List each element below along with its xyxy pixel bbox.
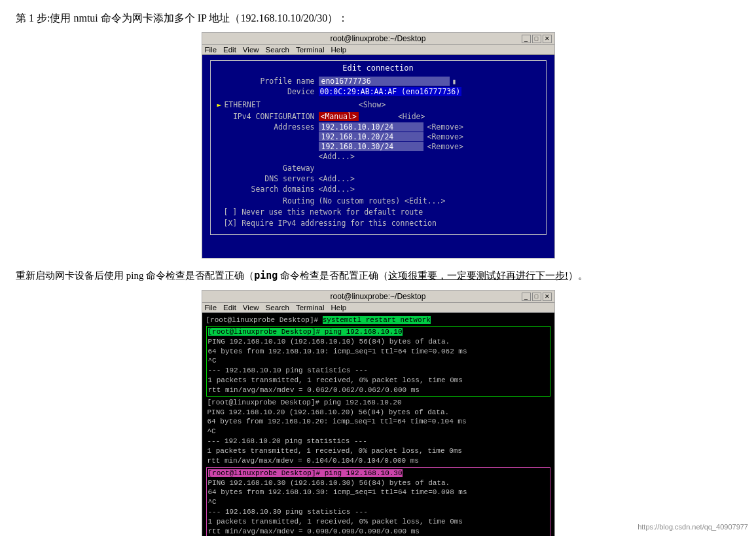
terminal1-menubar: File Edit View Search Terminal Help: [202, 45, 554, 55]
nmtui-content: Edit connection Profile name eno16777736…: [202, 55, 554, 258]
addresses-label: Addresses: [217, 122, 319, 132]
t2-menu-view[interactable]: View: [243, 304, 259, 312]
ping10-cmd: [root@linuxprobe Desktop]# ping 192.168.…: [208, 328, 403, 336]
ping-command: ping: [254, 270, 278, 281]
gateway-row: Gateway: [217, 164, 539, 173]
t2-line-19: --- 192.168.10.30 ping statistics ---: [208, 507, 549, 517]
addr3-input[interactable]: 192.168.10.30/24: [319, 142, 423, 151]
addr-row-2: 192.168.10.20/24 <Remove>: [319, 132, 463, 141]
menu-terminal[interactable]: Terminal: [296, 46, 324, 54]
routing-value[interactable]: (No custom routes) <Edit...>: [319, 196, 446, 205]
t2-maximize-button[interactable]: □: [532, 293, 541, 301]
addr-row-1: 192.168.10.10/24 <Remove>: [319, 122, 463, 132]
section-text-main: 重新启动网卡设备后使用 ping 命令检查是否配置正确（: [16, 270, 254, 281]
search-add-btn[interactable]: <Add...>: [319, 185, 355, 194]
addr3-remove[interactable]: <Remove>: [427, 142, 463, 151]
restart-cmd-highlight: systemctl restart network: [323, 316, 431, 324]
t2-line-21: rtt min/avg/max/mdev = 0.098/0.098/0.098…: [208, 527, 549, 536]
menu-search[interactable]: Search: [266, 46, 289, 54]
t2-line-3: 64 bytes from 192.168.10.10: icmp_seq=1 …: [208, 347, 549, 357]
addresses-list: 192.168.10.10/24 <Remove> 192.168.10.20/…: [319, 122, 463, 162]
addr2-input[interactable]: 192.168.10.20/24: [319, 132, 423, 141]
dialog-title: Edit connection: [217, 63, 539, 73]
ping30-cmd: [root@linuxprobe Desktop]# ping 192.168.…: [208, 469, 403, 477]
addr2-remove[interactable]: <Remove>: [427, 132, 463, 141]
t2-line-16: PING 192.168.10.30 (192.168.10.30) 56(84…: [208, 478, 549, 488]
addr1-remove[interactable]: <Remove>: [427, 122, 463, 132]
never-default-text[interactable]: [ ] Never use this network for default r…: [224, 207, 423, 217]
routing-row: Routing (No custom routes) <Edit...>: [217, 196, 539, 205]
addr-add-btn[interactable]: <Add...>: [319, 152, 355, 161]
nmtui-dialog: Edit connection Profile name eno16777736…: [210, 60, 547, 235]
t2-line-11: ^C: [207, 427, 549, 437]
t2-line-6: 1 packets transmitted, 1 received, 0% pa…: [208, 376, 549, 385]
t2-line-8: [root@linuxprobe Desktop]# ping 192.168.…: [207, 398, 549, 408]
device-label: Device: [217, 87, 319, 96]
t2-line-1: [root@linuxprobe Desktop]# ping 192.168.…: [208, 327, 549, 337]
terminal1-win-buttons: _ □ ✕: [522, 35, 552, 43]
routing-label: Routing: [217, 196, 319, 205]
t2-line-18: ^C: [208, 497, 549, 507]
t2-line-13: 1 packets transmitted, 1 received, 0% pa…: [207, 446, 549, 456]
t2-line-10: 64 bytes from 192.168.10.20: icmp_seq=1 …: [207, 417, 549, 427]
require-ipv4-text[interactable]: [X] Require IPv4 addressing for this con…: [224, 219, 437, 228]
t2-line-2: PING 192.168.10.10 (192.168.10.10) 56(84…: [208, 337, 549, 347]
t2-line-12: --- 192.168.10.20 ping statistics ---: [207, 437, 549, 446]
menu-file[interactable]: File: [205, 46, 217, 54]
step1-title: 第 1 步:使用 nmtui 命令为网卡添加多个 IP 地址（192.168.1…: [16, 12, 740, 26]
t2-menu-search[interactable]: Search: [266, 304, 289, 312]
terminal-window-2: root@linuxprobe:~/Desktop _ □ ✕ File Edi…: [202, 290, 555, 536]
search-row: Search domains <Add...>: [217, 185, 539, 194]
t2-close-button[interactable]: ✕: [543, 293, 552, 301]
t2-menu-help[interactable]: Help: [331, 304, 346, 312]
ipv4-config-row: IPv4 CONFIGURATION <Manual> <Hide>: [217, 112, 539, 121]
ping-10-block: [root@linuxprobe Desktop]# ping 192.168.…: [206, 326, 550, 397]
important-text: 这项很重要，一定要测试好再进行下一步!: [388, 270, 568, 281]
t2-line-15: [root@linuxprobe Desktop]# ping 192.168.…: [208, 469, 549, 478]
profile-name-value[interactable]: eno16777736: [319, 77, 450, 86]
device-row: Device 00:0C:29:AB:AA:AF (eno16777736): [217, 87, 539, 96]
t2-line-14: rtt min/avg/max/mdev = 0.104/0.104/0.104…: [207, 456, 549, 466]
t2-menu-edit[interactable]: Edit: [223, 304, 236, 312]
ethernet-arrow: ►: [217, 100, 222, 109]
dns-add-btn[interactable]: <Add...>: [319, 174, 355, 183]
terminal2-menubar: File Edit View Search Terminal Help: [202, 303, 554, 313]
t2-line-7: rtt min/avg/max/mdev = 0.062/0.062/0.062…: [208, 385, 549, 395]
close-button[interactable]: ✕: [543, 35, 552, 43]
device-value[interactable]: 00:0C:29:AB:AA:AF (eno16777736): [319, 87, 462, 96]
watermark: https://blog.csdn.net/qq_40907977: [638, 523, 748, 531]
terminal2-win-buttons: _ □ ✕: [522, 293, 552, 301]
ping-20-block: [root@linuxprobe Desktop]# ping 192.168.…: [206, 397, 550, 467]
terminal1-titlebar: root@linuxprobe:~/Desktop _ □ ✕: [202, 33, 554, 45]
t2-line-5: --- 192.168.10.10 ping statistics ---: [208, 366, 549, 376]
dns-label: DNS servers: [217, 174, 319, 183]
t2-menu-file[interactable]: File: [205, 304, 217, 312]
maximize-button[interactable]: □: [532, 35, 541, 43]
addr1-input[interactable]: 192.168.10.10/24: [319, 122, 423, 132]
section-text-mid: 命令检查是否配置正确（: [278, 270, 388, 281]
t2-line-0: [root@linuxprobe Desktop]# systemctl res…: [206, 315, 550, 325]
t2-menu-terminal[interactable]: Terminal: [296, 304, 324, 312]
scroll-indicator: ▮: [452, 77, 457, 86]
minimize-button[interactable]: _: [522, 35, 531, 43]
never-default-row: [ ] Never use this network for default r…: [224, 207, 539, 217]
section-divider: 重新启动网卡设备后使用 ping 命令检查是否配置正确（ping 命令检查是否配…: [16, 268, 740, 283]
ethernet-show[interactable]: <Show>: [359, 100, 386, 109]
ipv4-hide[interactable]: <Hide>: [398, 112, 425, 121]
ipv4-label: IPv4 CONFIGURATION: [217, 112, 319, 121]
ipv4-mode[interactable]: <Manual>: [319, 112, 359, 121]
ethernet-label: ETHERNET: [224, 100, 260, 109]
t2-line-4: ^C: [208, 356, 549, 366]
terminal1-title-text: root@linuxprobe:~/Desktop: [331, 34, 426, 43]
t2-line-9: PING 192.168.10.20 (192.168.10.20) 56(84…: [207, 408, 549, 418]
terminal2-content: [root@linuxprobe Desktop]# systemctl res…: [202, 313, 554, 536]
menu-help[interactable]: Help: [331, 46, 346, 54]
t2-minimize-button[interactable]: _: [522, 293, 531, 301]
menu-edit[interactable]: Edit: [223, 46, 236, 54]
terminal2-title-text: root@linuxprobe:~/Desktop: [331, 292, 426, 301]
menu-view[interactable]: View: [243, 46, 259, 54]
profile-name-label: Profile name: [217, 77, 319, 86]
section-text-end: ）。: [568, 270, 588, 281]
dns-row: DNS servers <Add...>: [217, 174, 539, 183]
profile-name-row: Profile name eno16777736 ▮: [217, 77, 539, 86]
